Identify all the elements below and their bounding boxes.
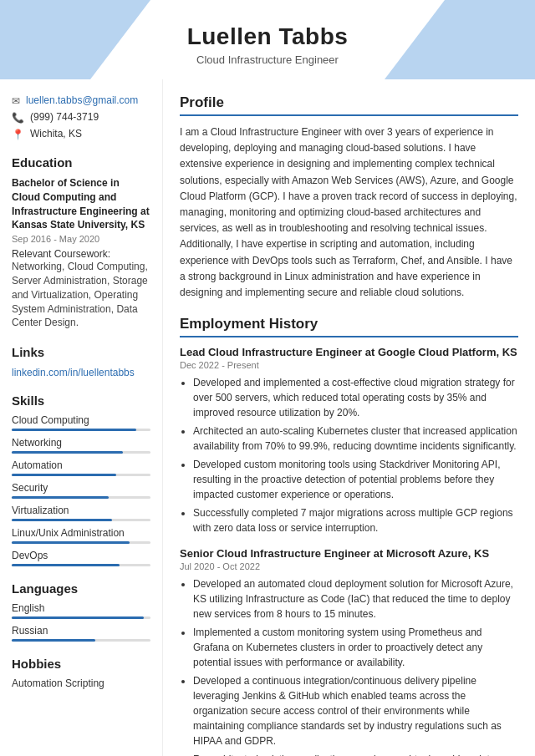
skill-bar-bg [12, 541, 150, 544]
edu-coursework-label: Relevant Coursework: [12, 248, 110, 260]
job-bullets: Developed and implemented a cost-effecti… [180, 375, 518, 535]
skill-bar-bg [12, 564, 150, 566]
phone-icon: 📞 [12, 112, 24, 124]
skill-item: DevOps [12, 550, 150, 566]
email-icon: ✉ [12, 95, 20, 107]
education-title: Education [12, 155, 150, 170]
header-content: Luellen Tabbs Cloud Infrastructure Engin… [17, 23, 518, 66]
job-entry: Lead Cloud Infrastructure Engineer at Go… [180, 346, 518, 535]
skill-bar-bg [12, 451, 150, 454]
contact-email: ✉ luellen.tabbs@gmail.com [12, 94, 150, 107]
skills-section: Skills Cloud Computing Networking Automa… [12, 393, 150, 566]
edu-coursework: Networking, Cloud Computing, Server Admi… [12, 261, 148, 328]
job-date: Jul 2020 - Oct 2022 [180, 561, 518, 571]
language-name: English [12, 602, 150, 614]
candidate-title: Cloud Infrastructure Engineer [17, 53, 518, 66]
skill-name: DevOps [12, 550, 150, 561]
contact-location: 📍 Wichita, KS [12, 128, 150, 140]
skill-name: Security [12, 482, 150, 494]
hobbies-list: Automation Scripting [12, 677, 150, 689]
main-content: Profile I am a Cloud Infrastructure Engi… [163, 79, 535, 756]
languages-title: Languages [12, 581, 150, 596]
skill-bar-bg [12, 474, 150, 476]
skill-bar-fill [12, 564, 120, 566]
language-bar-fill [12, 616, 144, 619]
skill-bar-fill [12, 541, 130, 544]
skills-list: Cloud Computing Networking Automation Se… [12, 414, 150, 566]
links-section: Links linkedin.com/in/luellentabbs [12, 345, 150, 378]
skill-item: Virtualization [12, 505, 150, 521]
skill-bar-bg [12, 496, 150, 499]
skill-name: Virtualization [12, 505, 150, 516]
bullet-item: Re-architected existing applications run… [193, 752, 518, 756]
contact-section: ✉ luellen.tabbs@gmail.com 📞 (999) 744-37… [12, 94, 150, 140]
job-bullets: Developed an automated cloud deployment … [180, 576, 518, 756]
skill-item: Cloud Computing [12, 414, 150, 431]
bullet-item: Architected an auto-scaling Kubernetes c… [193, 424, 518, 454]
linkedin-link-container: linkedin.com/in/luellentabbs [12, 366, 150, 378]
edu-date: Sep 2016 - May 2020 [12, 234, 150, 244]
language-item: English [12, 602, 150, 619]
language-bar-bg [12, 639, 150, 642]
edu-degree: Bachelor of Science in Cloud Computing a… [12, 176, 150, 232]
sidebar: ✉ luellen.tabbs@gmail.com 📞 (999) 744-37… [0, 79, 163, 756]
skill-name: Networking [12, 437, 150, 449]
profile-section-title: Profile [180, 94, 518, 116]
skill-bar-fill [12, 496, 109, 499]
phone-text: (999) 744-3719 [30, 111, 99, 123]
skill-bar-fill [12, 451, 123, 454]
language-item: Russian [12, 625, 150, 642]
main-layout: ✉ luellen.tabbs@gmail.com 📞 (999) 744-37… [0, 79, 535, 756]
bullet-item: Developed and implemented a cost-effecti… [193, 375, 518, 420]
header: Luellen Tabbs Cloud Infrastructure Engin… [0, 0, 535, 79]
language-name: Russian [12, 625, 150, 637]
bullet-item: Implemented a custom monitoring system u… [193, 625, 518, 670]
job-title: Senior Cloud Infrastructure Engineer at … [180, 547, 518, 560]
skill-name: Linux/Unix Administration [12, 527, 150, 539]
skill-item: Automation [12, 459, 150, 476]
bullet-item: Successfully completed 7 major migration… [193, 505, 518, 535]
languages-list: English Russian [12, 602, 150, 642]
skill-bar-fill [12, 519, 112, 521]
location-text: Wichita, KS [30, 128, 82, 140]
job-entry: Senior Cloud Infrastructure Engineer at … [180, 547, 518, 756]
location-icon: 📍 [12, 129, 24, 140]
contact-phone: 📞 (999) 744-3719 [12, 111, 150, 124]
skill-item: Networking [12, 437, 150, 454]
job-date: Dec 2022 - Present [180, 360, 518, 370]
candidate-name: Luellen Tabbs [17, 23, 518, 50]
job-title: Lead Cloud Infrastructure Engineer at Go… [180, 346, 518, 358]
education-section: Education Bachelor of Science in Cloud C… [12, 155, 150, 330]
languages-section: Languages English Russian [12, 581, 150, 642]
skill-name: Automation [12, 459, 150, 471]
skill-name: Cloud Computing [12, 414, 150, 426]
skill-item: Linux/Unix Administration [12, 527, 150, 544]
skill-bar-bg [12, 429, 150, 431]
hobby-item: Automation Scripting [12, 677, 150, 689]
jobs-list: Lead Cloud Infrastructure Engineer at Go… [180, 346, 518, 756]
skill-bar-fill [12, 474, 116, 476]
bullet-item: Developed a continuous integration/conti… [193, 673, 518, 748]
links-title: Links [12, 345, 150, 359]
language-bar-fill [12, 639, 95, 642]
skill-bar-fill [12, 429, 136, 431]
profile-text: I am a Cloud Infrastructure Engineer wit… [180, 124, 518, 301]
bullet-item: Developed an automated cloud deployment … [193, 576, 518, 622]
linkedin-link[interactable]: linkedin.com/in/luellentabbs [12, 367, 135, 378]
email-link[interactable]: luellen.tabbs@gmail.com [26, 94, 138, 106]
language-bar-bg [12, 616, 150, 619]
skill-item: Security [12, 482, 150, 499]
skills-title: Skills [12, 393, 150, 408]
hobbies-title: Hobbies [12, 657, 150, 671]
employment-section-title: Employment History [180, 316, 518, 337]
bullet-item: Developed custom monitoring tools using … [193, 457, 518, 502]
skill-bar-bg [12, 519, 150, 521]
hobbies-section: Hobbies Automation Scripting [12, 657, 150, 689]
